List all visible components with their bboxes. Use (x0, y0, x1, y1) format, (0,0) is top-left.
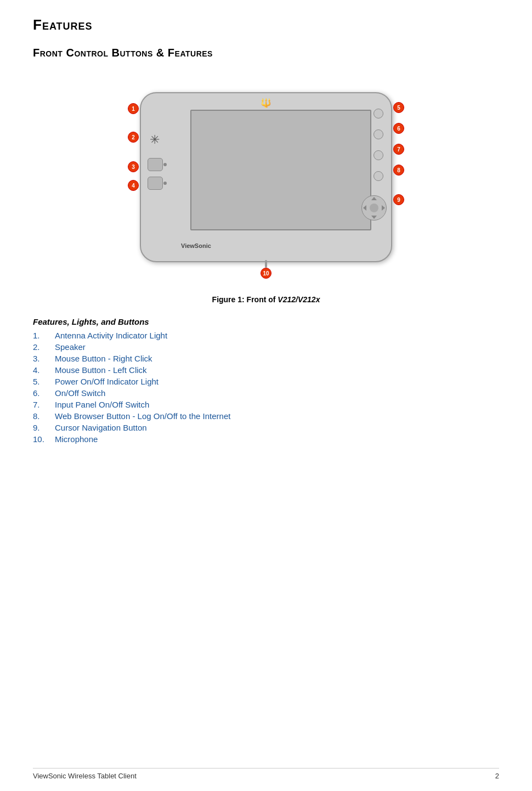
list-num: 6. (33, 388, 55, 398)
callout-7: 7 (393, 144, 404, 155)
list-text: Mouse Button - Right Click (55, 354, 152, 363)
list-item: 4. Mouse Button - Left Click (33, 365, 499, 375)
list-text: Mouse Button - Left Click (55, 365, 147, 375)
footer-left: ViewSonic Wireless Tablet Client (33, 772, 137, 780)
callout-10: 10 (261, 268, 271, 279)
antenna-icon: 🔱 (261, 98, 271, 108)
list-item: 7. Input Panel On/Off Switch (33, 400, 499, 409)
list-num: 4. (33, 365, 55, 375)
list-num: 3. (33, 354, 55, 363)
list-num: 9. (33, 423, 55, 432)
list-item: 1. Antenna Activity Indicator Light (33, 331, 499, 340)
list-num: 1. (33, 331, 55, 340)
list-num: 5. (33, 377, 55, 386)
mouse-right-btn (148, 158, 163, 171)
callout-4: 4 (128, 180, 139, 191)
web-browser-btn (373, 171, 383, 181)
device-brand: ViewSonic (176, 242, 356, 249)
list-text: Web Browser Button - Log On/Off to the I… (55, 411, 230, 421)
callout-6: 6 (393, 123, 404, 134)
speaker-symbol: ✳ (150, 133, 160, 147)
list-item: 6. On/Off Switch (33, 388, 499, 398)
callout-8: 8 (393, 165, 404, 176)
feature-list: 1. Antenna Activity Indicator Light 2. S… (33, 331, 499, 444)
list-num: 8. (33, 411, 55, 421)
list-num: 7. (33, 400, 55, 409)
mic-stub (265, 260, 267, 268)
page-container: Features Front Control Buttons & Feature… (0, 0, 532, 791)
cursor-nav-dpad (361, 195, 387, 221)
list-text: Microphone (55, 434, 98, 444)
list-item: 9. Cursor Navigation Button (33, 423, 499, 432)
device-figure-area: 1 2 3 4 🔱 ViewSonic (33, 76, 499, 284)
list-item: 5. Power On/Off Indicator Light (33, 377, 499, 386)
callout-2: 2 (128, 132, 139, 143)
list-num: 2. (33, 342, 55, 352)
device-wrapper: 1 2 3 4 🔱 ViewSonic (112, 87, 420, 273)
page-footer: ViewSonic Wireless Tablet Client 2 (33, 768, 499, 780)
callout-3: 3 (128, 161, 139, 172)
section-title: Front Control Buttons & Features (33, 47, 499, 59)
list-text: Antenna Activity Indicator Light (55, 331, 167, 340)
device-screen (190, 110, 371, 230)
power-light (373, 109, 383, 118)
page-title: Features (33, 16, 499, 33)
feature-list-title: Features, Lights, and Buttons (33, 317, 499, 326)
list-text: Speaker (55, 342, 86, 352)
callout-9: 9 (393, 194, 404, 205)
figure-caption: Figure 1: Front of V212/V212x (33, 295, 499, 304)
list-item: 3. Mouse Button - Right Click (33, 354, 499, 363)
mouse-buttons (148, 158, 163, 190)
footer-right: 2 (495, 772, 499, 780)
input-panel-switch (373, 150, 383, 160)
list-item: 10. Microphone (33, 434, 499, 444)
callout-5: 5 (393, 102, 404, 113)
list-text: Cursor Navigation Button (55, 423, 147, 432)
onoff-switch (373, 129, 383, 139)
list-num: 10. (33, 434, 55, 444)
list-text: Input Panel On/Off Switch (55, 400, 149, 409)
mouse-left-btn (148, 177, 163, 190)
list-text: Power On/Off Indicator Light (55, 377, 159, 386)
device-body: 🔱 ViewSonic ✳ (140, 92, 392, 262)
list-item: 8. Web Browser Button - Log On/Off to th… (33, 411, 499, 421)
list-item: 2. Speaker (33, 342, 499, 352)
list-text: On/Off Switch (55, 388, 105, 398)
callout-1: 1 (128, 103, 139, 114)
